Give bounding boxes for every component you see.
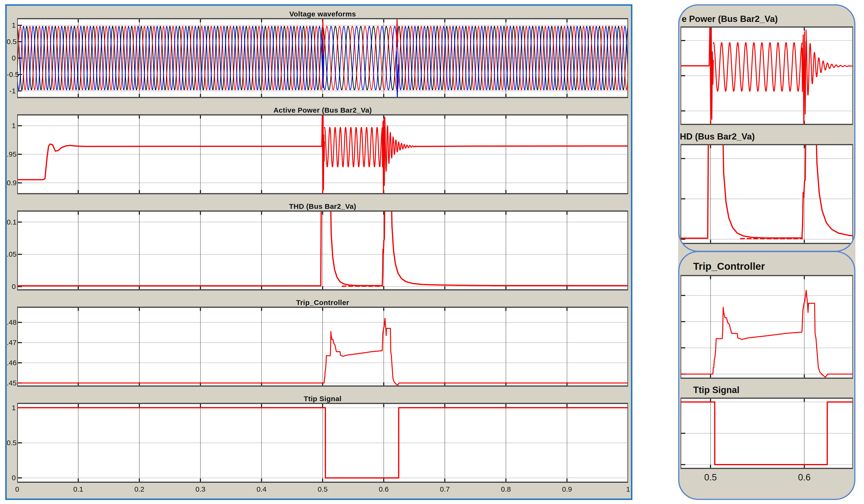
- x-tick-label: 0.9: [562, 485, 572, 493]
- zoom-plot-trip-controller: [681, 275, 853, 379]
- x-tick-label: 0.1: [73, 485, 83, 493]
- x-axis-right: 0.50.6: [681, 469, 853, 488]
- zoom-title-trip-controller: Trip_Controller: [679, 252, 854, 275]
- y-tick-label: -0.5: [7, 70, 16, 79]
- zoom-plot-ttip-signal: [681, 397, 853, 469]
- zoom-title-active-power: e Power (Bus Bar2_Va): [679, 5, 854, 26]
- section-voltage-waveforms: Voltage waveforms 10.50-0.5-1: [7, 8, 631, 98]
- zoom-panel-top: e Power (Bus Bar2_Va) HD (Bus Bar2_Va): [678, 4, 855, 252]
- y-tick-label: 0: [7, 282, 16, 291]
- x-tick-label: 0.5: [704, 472, 717, 482]
- x-axis-left: 00.10.20.30.40.50.60.70.80.91: [7, 483, 628, 497]
- zoom-callout-panel: e Power (Bus Bar2_Va) HD (Bus Bar2_Va) T…: [678, 4, 855, 500]
- plot-title-voltage-waveforms: Voltage waveforms: [17, 8, 628, 18]
- plot-ttip-signal: 10.50: [7, 403, 628, 483]
- y-tick-label: .45: [7, 379, 16, 386]
- x-tick-label: 0.3: [195, 485, 205, 493]
- y-tick-label: .48: [7, 318, 16, 327]
- x-tick-label: 0.6: [379, 485, 389, 493]
- zoom-plot-thd: [681, 144, 853, 244]
- series-power-steady: [416, 146, 628, 146]
- plot-title-trip-controller: Trip_Controller: [17, 296, 628, 307]
- x-tick-label: 0.7: [440, 485, 450, 493]
- plot-title-active-power: Active Power (Bus Bar2_Va): [17, 104, 628, 114]
- plot-title-thd: THD (Bus Bar2_Va): [17, 200, 628, 210]
- x-tick-label: 1: [626, 485, 630, 493]
- y-tick-label: 0: [7, 53, 16, 63]
- x-tick-label: 0.2: [134, 485, 144, 493]
- plot-active-power: 1.950.9: [7, 114, 628, 194]
- y-tick-label: 0.9: [7, 178, 16, 187]
- y-tick-label: 0.5: [7, 438, 16, 447]
- x-tick-label: 0.5: [317, 485, 328, 493]
- section-thd: THD (Bus Bar2_Va) 0.1.050: [7, 200, 631, 291]
- y-tick-label: .47: [7, 338, 16, 347]
- x-tick-label: 0.6: [798, 472, 811, 482]
- plot-thd: 0.1.050: [7, 210, 628, 291]
- scope-panel: Voltage waveforms 10.50-0.5-1 Active Pow…: [5, 4, 632, 500]
- zoom-plot-active-power: [681, 26, 853, 125]
- section-trip-controller: Trip_Controller .48.47.46.45: [7, 296, 631, 386]
- y-tick-label: 0.1: [7, 218, 16, 226]
- x-tick-label: 0.8: [501, 485, 511, 493]
- plot-trip-controller: .48.47.46.45: [7, 307, 628, 386]
- plot-title-ttip-signal: Ttip Signal: [17, 392, 628, 403]
- zoom-title-thd: HD (Bus Bar2_Va): [679, 125, 854, 144]
- x-tick-label: 0: [15, 485, 19, 493]
- section-ttip-signal: Ttip Signal 10.50: [7, 392, 631, 483]
- y-tick-label: 1: [7, 403, 16, 412]
- y-tick-label: .05: [7, 250, 16, 259]
- y-tick-label: 1: [7, 121, 16, 130]
- y-tick-label: 1: [7, 21, 16, 30]
- x-tick-label: 0.4: [256, 485, 267, 493]
- section-active-power: Active Power (Bus Bar2_Va) 1.950.9: [7, 104, 631, 194]
- screenshot-root: Voltage waveforms 10.50-0.5-1 Active Pow…: [0, 0, 864, 504]
- y-tick-label: -1: [7, 86, 16, 96]
- y-tick-label: .95: [7, 150, 16, 159]
- y-tick-label: 0.5: [7, 37, 16, 46]
- zoom-title-ttip-signal: Ttip Signal: [679, 379, 854, 397]
- y-tick-label: 0: [7, 473, 16, 482]
- zoom-panel-bottom: Trip_Controller Ttip Signal 0.50.6: [678, 251, 855, 500]
- plot-voltage-waveforms: 10.50-0.5-1: [7, 18, 628, 98]
- y-tick-label: .46: [7, 358, 16, 367]
